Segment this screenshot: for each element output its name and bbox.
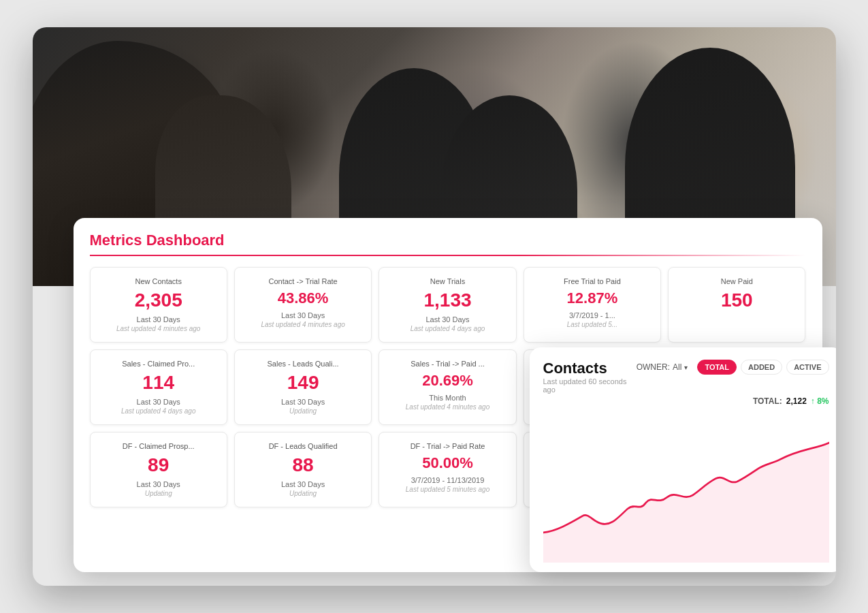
metric-value-r2-2: 20.69%: [387, 373, 507, 388]
metric-value-r2-1: 149: [243, 373, 363, 392]
tab-added[interactable]: ADDED: [741, 360, 782, 375]
contacts-updated: Last updated 60 seconds ago: [543, 377, 637, 394]
metric-value-r3-2: 50.00%: [387, 456, 507, 471]
metric-card-free-trial-paid: Free Trial to Paid 12.87% 3/7/2019 - 1..…: [524, 267, 661, 343]
outer-container: Metrics Dashboard New Contacts 2,305 Las…: [33, 27, 836, 586]
metric-update-r2-1: Updating: [243, 407, 363, 415]
metric-update-r3-1: Updating: [243, 490, 363, 497]
contacts-popup: Contacts Last updated 60 seconds ago OWN…: [530, 347, 836, 572]
metric-label-0: New Contacts: [99, 277, 219, 285]
metric-label-1: Contact -> Trial Rate: [243, 277, 363, 285]
total-label: TOTAL:: [753, 396, 782, 406]
metric-value-0: 2,305: [99, 291, 219, 310]
metric-label-4: New Paid: [677, 277, 797, 285]
metric-period-r2-0: Last 30 Days: [99, 398, 219, 406]
metric-period-2: Last 30 Days: [387, 315, 507, 324]
metric-card-sales-trial-paid: Sales - Trial -> Paid ... 20.69% This Mo…: [379, 349, 516, 425]
metric-card-new-contacts: New Contacts 2,305 Last 30 Days Last upd…: [90, 267, 227, 343]
metric-period-3: 3/7/2019 - 1...: [532, 311, 652, 319]
metric-value-3: 12.87%: [532, 291, 652, 306]
metric-card-df-claimed: DF - Claimed Prosp... 89 Last 30 Days Up…: [90, 432, 227, 507]
metric-period-r2-1: Last 30 Days: [243, 398, 363, 406]
metric-label-r2-1: Sales - Leads Quali...: [243, 360, 363, 368]
metric-period-r3-0: Last 30 Days: [99, 480, 219, 488]
metric-update-2: Last updated 4 days ago: [387, 325, 507, 332]
contacts-title: Contacts: [543, 360, 637, 377]
metric-label-3: Free Trial to Paid: [532, 277, 652, 285]
line-chart: [543, 413, 829, 563]
contacts-total-line: TOTAL: 2,122 ↑ 8%: [543, 396, 829, 406]
metric-card-sales-claimed: Sales - Claimed Pro... 114 Last 30 Days …: [90, 349, 227, 425]
metric-update-0: Last updated 4 minutes ago: [99, 325, 219, 332]
contacts-tabs: OWNER: All ▾ TOTAL ADDED ACTIVE: [637, 360, 829, 375]
metric-update-r3-2: Last updated 5 minutes ago: [387, 486, 507, 493]
metrics-row-1: New Contacts 2,305 Last 30 Days Last upd…: [90, 267, 806, 343]
metric-label-r3-1: DF - Leads Qualified: [243, 442, 363, 450]
metric-card-new-paid: New Paid 150: [668, 267, 805, 343]
metric-period-0: Last 30 Days: [99, 315, 219, 324]
metric-update-r2-2: Last updated 4 minutes ago: [387, 403, 507, 411]
total-value: 2,122: [786, 396, 807, 406]
metric-update-3: Last updated 5...: [532, 321, 652, 328]
owner-label: OWNER:: [637, 362, 670, 372]
contacts-header: Contacts Last updated 60 seconds ago OWN…: [543, 360, 829, 394]
dashboard-title: Metrics Dashboard: [90, 232, 806, 249]
metric-value-4: 150: [677, 291, 797, 310]
metric-label-r2-2: Sales - Trial -> Paid ...: [387, 360, 507, 368]
metric-update-r2-0: Last updated 4 days ago: [99, 407, 219, 415]
metric-period-r3-2: 3/7/2019 - 11/13/2019: [387, 476, 507, 484]
owner-filter: OWNER: All ▾: [637, 362, 688, 372]
title-underline: [90, 255, 806, 256]
metric-update-r3-0: Updating: [99, 490, 219, 497]
metric-label-r3-0: DF - Claimed Prosp...: [99, 442, 219, 450]
metric-card-df-trial-paid: DF - Trial -> Paid Rate 50.00% 3/7/2019 …: [379, 432, 516, 507]
metric-card-df-leads: DF - Leads Qualified 88 Last 30 Days Upd…: [234, 432, 372, 507]
metric-value-r3-1: 88: [243, 456, 363, 475]
chevron-down-icon[interactable]: ▾: [684, 364, 688, 371]
tab-total[interactable]: TOTAL: [697, 360, 737, 375]
metric-period-r2-2: This Month: [387, 394, 507, 402]
metric-card-sales-leads: Sales - Leads Quali... 149 Last 30 Days …: [234, 349, 372, 425]
metric-value-r2-0: 114: [99, 373, 219, 392]
metric-label-r2-0: Sales - Claimed Pro...: [99, 360, 219, 368]
metric-label-2: New Trials: [387, 277, 507, 285]
metric-update-1: Last updated 4 minutes ago: [243, 321, 363, 328]
metric-period-1: Last 30 Days: [243, 311, 363, 319]
metric-label-r3-2: DF - Trial -> Paid Rate: [387, 442, 507, 450]
chart-area: [543, 413, 829, 563]
owner-value: All: [673, 362, 681, 372]
total-change: ↑ 8%: [811, 396, 829, 406]
metric-card-trial-rate: Contact -> Trial Rate 43.86% Last 30 Day…: [234, 267, 372, 343]
metric-value-r3-0: 89: [99, 456, 219, 475]
contacts-title-section: Contacts Last updated 60 seconds ago: [543, 360, 637, 394]
metric-card-new-trials: New Trials 1,133 Last 30 Days Last updat…: [379, 267, 516, 343]
tab-active[interactable]: ACTIVE: [786, 360, 829, 375]
metric-value-2: 1,133: [387, 291, 507, 310]
metric-period-r3-1: Last 30 Days: [243, 480, 363, 488]
metric-value-1: 43.86%: [243, 291, 363, 306]
